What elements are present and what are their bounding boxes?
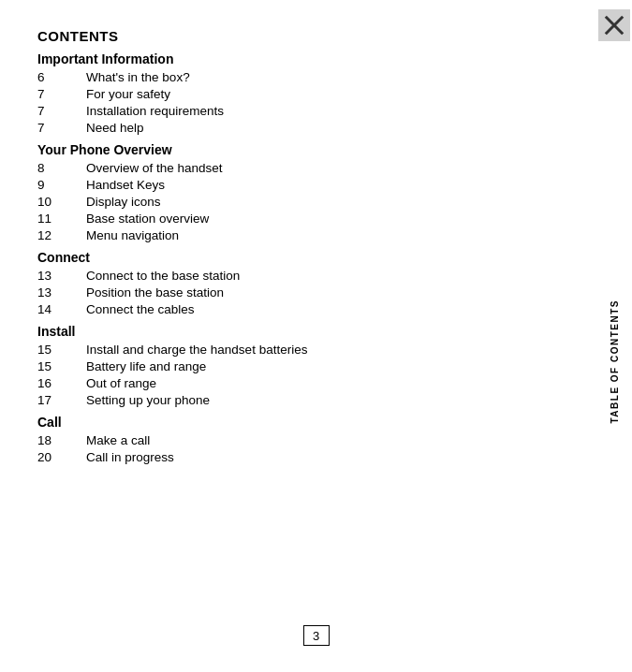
toc-number: 7	[37, 104, 86, 118]
toc-number: 15	[37, 343, 86, 357]
toc-text: Display icons	[86, 195, 161, 209]
main-content: CONTENTS Important Information6What's in…	[37, 28, 576, 464]
toc-text: Handset Keys	[86, 178, 165, 192]
toc-entry: 16Out of range	[37, 376, 566, 390]
toc-text: Make a call	[86, 433, 150, 447]
toc-number: 8	[37, 161, 86, 175]
toc-number: 7	[37, 121, 86, 135]
toc-entry: 17Setting up your phone	[37, 393, 566, 407]
toc-entry: 18Make a call	[37, 433, 566, 447]
toc-number: 16	[37, 376, 86, 390]
toc-text: Need help	[86, 121, 144, 135]
toc-entry: 14Connect the cables	[37, 302, 566, 316]
toc-number: 20	[37, 450, 86, 464]
toc-number: 7	[37, 87, 86, 101]
sidebar-icon-box	[598, 9, 630, 41]
toc-number: 10	[37, 195, 86, 209]
toc-text: Installation requirements	[86, 104, 224, 118]
toc-number: 6	[37, 70, 86, 84]
section-header: Install	[37, 324, 566, 339]
section-header: Connect	[37, 250, 566, 265]
toc-sections: Important Information6What's in the box?…	[37, 51, 566, 464]
sidebar-label-container: TABLE OF CONTENTS	[610, 51, 620, 672]
toc-text: Connect to the base station	[86, 269, 240, 283]
section-header: Important Information	[37, 51, 566, 66]
toc-text: Call in progress	[86, 450, 174, 464]
toc-entry: 8Overview of the handset	[37, 161, 566, 175]
toc-entry: 11Base station overview	[37, 212, 566, 226]
x-icon	[602, 13, 626, 37]
section-header: Call	[37, 415, 566, 430]
section-header: Your Phone Overview	[37, 142, 566, 157]
toc-text: Position the base station	[86, 285, 224, 299]
toc-entry: 12Menu navigation	[37, 228, 566, 242]
toc-number: 15	[37, 359, 86, 373]
toc-text: Battery life and range	[86, 359, 206, 373]
page-container: CONTENTS Important Information6What's in…	[0, 0, 632, 672]
right-sidebar: TABLE OF CONTENTS	[596, 0, 632, 672]
toc-number: 9	[37, 178, 86, 192]
toc-entry: 9Handset Keys	[37, 178, 566, 192]
toc-text: For your safety	[86, 87, 170, 101]
toc-text: Setting up your phone	[86, 393, 210, 407]
toc-text: Menu navigation	[86, 228, 179, 242]
sidebar-label: TABLE OF CONTENTS	[610, 299, 620, 424]
toc-number: 14	[37, 302, 86, 316]
toc-entry: 13Connect to the base station	[37, 269, 566, 283]
toc-entry: 15Install and charge the handset batteri…	[37, 343, 566, 357]
toc-number: 11	[37, 212, 86, 226]
toc-text: Overview of the handset	[86, 161, 223, 175]
toc-number: 13	[37, 269, 86, 283]
toc-number: 17	[37, 393, 86, 407]
toc-number: 12	[37, 228, 86, 242]
contents-title: CONTENTS	[37, 28, 566, 44]
toc-text: Out of range	[86, 376, 156, 390]
toc-entry: 7Need help	[37, 121, 566, 135]
toc-number: 18	[37, 433, 86, 447]
toc-entry: 15Battery life and range	[37, 359, 566, 373]
toc-text: Base station overview	[86, 212, 209, 226]
page-number: 3	[303, 625, 330, 646]
toc-entry: 20Call in progress	[37, 450, 566, 464]
toc-entry: 7Installation requirements	[37, 104, 566, 118]
toc-entry: 6What's in the box?	[37, 70, 566, 84]
toc-text: Connect the cables	[86, 302, 195, 316]
toc-entry: 13Position the base station	[37, 285, 566, 299]
toc-entry: 10Display icons	[37, 195, 566, 209]
toc-number: 13	[37, 285, 86, 299]
toc-text: What's in the box?	[86, 70, 190, 84]
toc-entry: 7For your safety	[37, 87, 566, 101]
toc-text: Install and charge the handset batteries	[86, 343, 307, 357]
